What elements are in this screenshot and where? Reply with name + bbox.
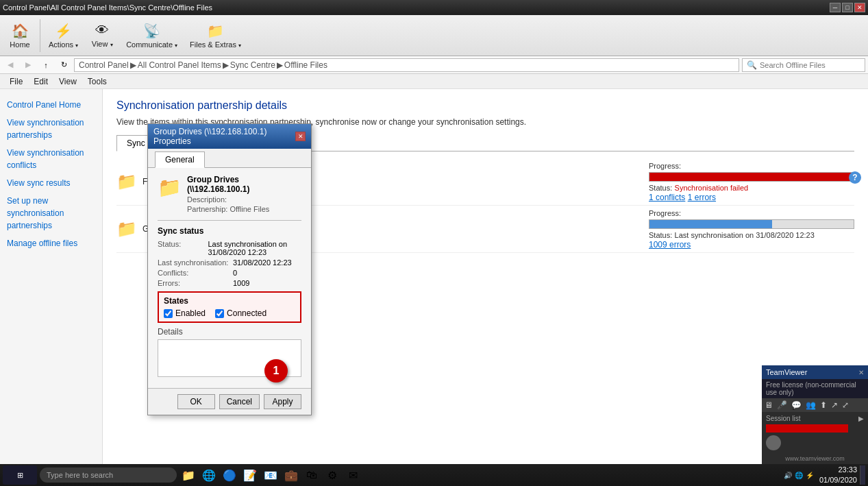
tray-icon-3[interactable]: ⚡	[806, 472, 814, 479]
files-extras-button[interactable]: 📁 Files & Extras ▾	[184, 18, 247, 53]
communicate-button[interactable]: 📡 Communicate ▾	[121, 18, 183, 53]
communicate-label: Communicate ▾	[126, 40, 177, 49]
dialog-folder-info: Group Drives (\\192.168.100.1) Descripti…	[187, 175, 301, 213]
dialog-tab-general[interactable]: General	[155, 151, 205, 168]
taskbar-search[interactable]: Type here to search	[40, 467, 177, 483]
menu-view[interactable]: View	[53, 75, 82, 88]
errors-link-frs[interactable]: 1 errors	[688, 193, 716, 202]
taskbar-outlook-icon[interactable]: 📧	[262, 466, 280, 484]
left-panel-control-panel-home[interactable]: Control Panel Home	[0, 96, 102, 114]
apply-button[interactable]: Apply	[264, 394, 301, 409]
refresh-button[interactable]: ↻	[56, 58, 71, 72]
status-links-group-drive: 1009 errors	[649, 240, 854, 250]
progress-fill-group-drive	[649, 220, 772, 228]
errors-link-group-drive[interactable]: 1009 errors	[649, 240, 691, 250]
forward-button[interactable]: ▶	[21, 58, 36, 72]
tv-expand-icon[interactable]: ⤢	[842, 400, 849, 410]
tv-monitor-icon[interactable]: 🖥	[765, 400, 773, 410]
maximize-button[interactable]: □	[842, 3, 853, 12]
home-label: Home	[10, 40, 29, 49]
menu-tools[interactable]: Tools	[82, 75, 112, 88]
show-desktop-button[interactable]	[860, 465, 865, 485]
taskbar-teams-icon[interactable]: 💼	[282, 466, 300, 484]
search-box[interactable]: 🔍	[742, 58, 865, 72]
taskbar-word-icon[interactable]: 📝	[241, 466, 259, 484]
actions-button[interactable]: ⚡ Actions ▾	[43, 18, 84, 53]
dialog-row-errors: Errors: 1009	[158, 279, 301, 287]
main-container: Control Panel Home View synchronisation …	[0, 89, 868, 464]
taskbar-clock[interactable]: 23:33 01/09/2020	[819, 465, 857, 486]
view-button[interactable]: 👁 View ▾	[85, 18, 119, 53]
minimize-button[interactable]: ─	[830, 3, 841, 12]
dialog-close-button[interactable]: ✕	[295, 132, 306, 141]
progress-fill-frs	[649, 173, 854, 181]
tray-icon-2[interactable]: 🌐	[795, 472, 803, 479]
status-group-drive: Status: Last synchronisation on 31/08/20…	[649, 230, 854, 240]
left-panel-set-up-new[interactable]: Set up new synchronisation partnerships	[0, 192, 102, 234]
taskbar-edge-icon[interactable]: 🔵	[221, 466, 238, 484]
taskbar-mail-icon[interactable]: ✉	[344, 466, 362, 484]
session-bar	[766, 424, 848, 433]
taskbar-bottom: ⊞ Type here to search 📁 🌐 🔵 📝 📧 💼 🛍 ⚙ ✉ …	[0, 464, 868, 486]
left-panel-view-partnerships[interactable]: View synchronisation partnerships	[0, 114, 102, 144]
windows-icon: ⊞	[17, 471, 23, 480]
conflicts-link-frs[interactable]: 1 conflicts	[649, 193, 685, 202]
dialog-states-box: States Enabled Connected	[158, 291, 301, 323]
up-button[interactable]: ↑	[38, 58, 53, 72]
close-button[interactable]: ✕	[854, 3, 865, 12]
left-panel-view-conflicts[interactable]: View synchronisation conflicts	[0, 144, 102, 174]
clock-time: 23:33	[819, 465, 857, 475]
dialog-details-area	[158, 339, 301, 377]
status-links-frs: 1 conflicts 1 errors	[649, 193, 854, 202]
left-panel-manage-offline[interactable]: Manage offline files	[0, 234, 102, 252]
start-button[interactable]: ⊞	[3, 465, 37, 485]
address-path[interactable]: Control Panel ▶ All Control Panel Items …	[74, 58, 739, 72]
taskbar-settings-icon[interactable]: ⚙	[323, 466, 341, 484]
connected-checkbox[interactable]	[215, 309, 224, 318]
dialog-row-conflicts: Conflicts: 0	[158, 269, 301, 277]
menu-file[interactable]: File	[4, 75, 28, 88]
home-button[interactable]: 🏠 Home	[3, 18, 37, 53]
help-icon[interactable]: ?	[849, 171, 861, 184]
tray-icon-1[interactable]: 🔊	[784, 472, 792, 479]
enabled-checkbox-label[interactable]: Enabled	[164, 308, 206, 318]
teamviewer-close[interactable]: ✕	[858, 369, 864, 376]
teamviewer-body: Session list ▶	[762, 412, 868, 453]
tv-people-icon[interactable]: 👥	[806, 400, 816, 410]
dialog-divider-1	[158, 220, 301, 221]
taskbar-app-icons: 📁 🌐 🔵 📝 📧 💼 🛍 ⚙ ✉	[179, 466, 362, 484]
enabled-checkbox[interactable]	[164, 309, 173, 318]
actions-icon: ⚡	[55, 23, 72, 39]
tv-arrow-icon[interactable]: ↗	[831, 400, 838, 410]
title-bar-buttons: ─ □ ✕	[830, 3, 865, 12]
dialog-sync-status-header: Sync status	[158, 226, 301, 236]
tv-chat-icon[interactable]: 💬	[791, 400, 802, 410]
search-input[interactable]	[760, 61, 860, 69]
ok-button[interactable]: OK	[177, 394, 215, 409]
communicate-icon: 📡	[143, 23, 160, 39]
dialog-errors-value: 1009	[233, 279, 249, 287]
home-icon: 🏠	[12, 23, 29, 39]
dialog-conflicts-label: Conflicts:	[158, 269, 233, 277]
menu-edit[interactable]: Edit	[28, 75, 53, 88]
teamviewer-toolbar: 🖥 🎤 💬 👥 ⬆ ↗ ⤢	[762, 398, 868, 412]
ribbon-separator-1	[40, 19, 40, 52]
tv-upload-icon[interactable]: ⬆	[820, 400, 827, 410]
tv-expand-sessions[interactable]: ▶	[858, 415, 864, 422]
taskbar-explorer-icon[interactable]: 📁	[179, 466, 197, 484]
taskbar-chrome-icon[interactable]: 🌐	[200, 466, 218, 484]
teamviewer-title: TeamViewer	[766, 368, 807, 376]
dialog-row-status: Status: Last synchronisation on 31/08/20…	[158, 240, 301, 256]
teamviewer-panel: TeamViewer ✕ Free license (non-commercia…	[762, 365, 868, 464]
left-panel-view-sync-results[interactable]: View sync results	[0, 174, 102, 192]
connected-checkbox-label[interactable]: Connected	[215, 308, 266, 318]
cancel-button[interactable]: Cancel	[219, 394, 260, 409]
dialog-row-last-sync: Last synchronisation: 31/08/2020 12:23	[158, 258, 301, 267]
tv-mic-icon[interactable]: 🎤	[777, 400, 787, 410]
left-panel: Control Panel Home View synchronisation …	[0, 89, 103, 464]
path-segment-4: Offline Files	[284, 60, 327, 70]
status-frs: Status: Synchronisation failed	[649, 183, 854, 193]
taskbar-store-icon[interactable]: 🛍	[303, 466, 321, 484]
back-button[interactable]: ◀	[3, 58, 18, 72]
page-title: Synchronisation partnership details	[116, 99, 854, 112]
